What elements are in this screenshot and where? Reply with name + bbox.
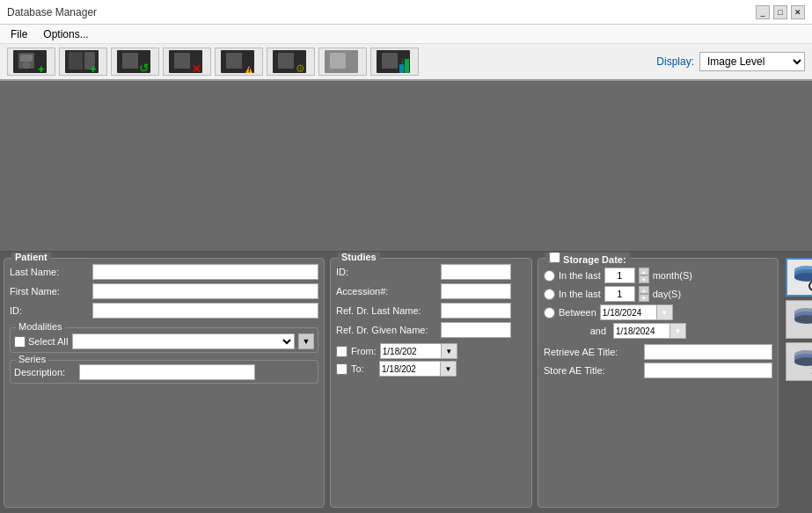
series-legend: Series xyxy=(16,354,48,364)
select-all-checkbox[interactable] xyxy=(14,336,26,348)
ref-dr-last-input[interactable] xyxy=(441,303,511,319)
retrieve-ae-label: Retrieve AE Title: xyxy=(544,347,640,357)
between-radio[interactable] xyxy=(544,307,555,319)
modality-select[interactable] xyxy=(72,333,295,349)
first-name-row: First Name: xyxy=(10,283,318,299)
retrieve-ae-input[interactable] xyxy=(644,344,772,360)
from-date-container: ▼ xyxy=(380,343,457,359)
db-icon-panel: ✕ xyxy=(786,258,812,508)
svg-point-3 xyxy=(22,62,31,69)
db-button-3[interactable]: ✕ xyxy=(786,342,812,381)
between-label: Between xyxy=(559,307,596,318)
days-spinner-down[interactable]: ▼ xyxy=(639,294,649,302)
last-name-input[interactable] xyxy=(92,264,318,280)
xray-delete-icon: ✕ xyxy=(167,48,208,75)
between-date2-btn[interactable]: ▼ xyxy=(670,323,686,339)
svg-rect-25 xyxy=(382,53,398,69)
months-spinner-up[interactable]: ▲ xyxy=(639,267,649,275)
warn-button[interactable]: ! xyxy=(215,48,263,76)
db-button-2[interactable] xyxy=(786,300,812,339)
description-input[interactable] xyxy=(79,364,255,380)
retrieve-ae-row: Retrieve AE Title: xyxy=(544,344,772,360)
add-patient-button[interactable]: + xyxy=(7,48,55,76)
to-date-input[interactable] xyxy=(379,361,441,377)
chart-button[interactable]: ↓ xyxy=(370,48,419,76)
svg-text:!: ! xyxy=(248,66,251,74)
maximize-button[interactable]: □ xyxy=(773,5,787,19)
modalities-legend: Modalities xyxy=(16,321,65,332)
between-date1-btn[interactable]: ▼ xyxy=(657,304,673,320)
last-name-label: Last Name: xyxy=(10,267,89,277)
window-controls: _ □ ✕ xyxy=(756,5,805,19)
id-row: ID: xyxy=(10,303,318,319)
between-date1-container: ▼ xyxy=(600,304,673,320)
from-label: From: xyxy=(351,346,377,356)
svg-text:⚙: ⚙ xyxy=(296,62,305,75)
modality-dropdown-btn[interactable]: ▼ xyxy=(298,333,314,349)
db-search-button[interactable] xyxy=(786,258,812,297)
db-icon-3: ✕ xyxy=(791,346,812,377)
months-spinner-down[interactable]: ▼ xyxy=(639,275,649,283)
xray-settings-icon: ⚙ xyxy=(271,48,311,75)
xray-add-study-icon: + xyxy=(63,48,104,75)
gray-view-button[interactable] xyxy=(318,48,367,76)
options-menu[interactable]: Options... xyxy=(36,26,95,42)
display-select[interactable]: Image Level Series Level Study Level Pat… xyxy=(699,52,805,71)
between-date1-input[interactable] xyxy=(600,304,657,320)
store-ae-input[interactable] xyxy=(644,363,772,378)
ref-dr-given-input[interactable] xyxy=(441,322,511,338)
bottom-panels: Patient Last Name: First Name: ID: Modal… xyxy=(0,253,812,513)
menu-bar: File Options... xyxy=(0,25,812,44)
from-date-btn[interactable]: ▼ xyxy=(442,343,457,359)
svg-rect-26 xyxy=(399,64,404,73)
svg-rect-20 xyxy=(278,53,294,69)
days-spinner-up[interactable]: ▲ xyxy=(639,286,649,294)
study-id-label: ID: xyxy=(336,267,437,277)
settings-button[interactable]: ⚙ xyxy=(267,48,315,76)
retrieve-button[interactable]: ↺ xyxy=(111,48,159,76)
add-study-button[interactable]: + xyxy=(59,48,107,76)
store-ae-row: Store AE Title: xyxy=(544,363,772,378)
svg-rect-13 xyxy=(174,53,190,69)
toolbar: + + ↺ ✕ ! xyxy=(0,44,812,81)
accession-input[interactable] xyxy=(441,283,511,299)
xray-chart-icon: ↓ xyxy=(375,48,415,75)
months-row: In the last ▲ ▼ month(S) xyxy=(544,267,772,283)
db-search-icon xyxy=(791,261,812,293)
storage-panel-legend: Storage Date: xyxy=(545,253,630,265)
between-date2-input[interactable] xyxy=(613,323,670,339)
patient-panel: Patient Last Name: First Name: ID: Modal… xyxy=(4,258,325,508)
storage-and-db: Storage Date: In the last ▲ ▼ month(S) I… xyxy=(538,258,812,508)
storage-date-label: Storage Date: xyxy=(563,254,626,265)
months-spinner-input[interactable] xyxy=(604,267,635,283)
close-button[interactable]: ✕ xyxy=(791,5,805,19)
title-bar: Database Manager _ □ ✕ xyxy=(0,0,812,25)
file-menu[interactable]: File xyxy=(4,26,34,42)
svg-rect-6 xyxy=(69,52,83,70)
storage-panel: Storage Date: In the last ▲ ▼ month(S) I… xyxy=(538,258,779,508)
months-radio[interactable] xyxy=(544,270,555,282)
first-name-input[interactable] xyxy=(92,283,318,299)
to-checkbox[interactable] xyxy=(336,363,347,375)
db-icon-2 xyxy=(791,304,812,335)
to-label: To: xyxy=(351,363,376,374)
main-content-area xyxy=(0,81,812,253)
delete-button[interactable]: ✕ xyxy=(163,48,211,76)
minimize-button[interactable]: _ xyxy=(756,5,770,19)
storage-date-checkbox[interactable] xyxy=(549,253,560,263)
to-date-btn[interactable]: ▼ xyxy=(441,361,457,377)
between-row: Between ▼ xyxy=(544,304,772,320)
from-date-input[interactable] xyxy=(380,343,442,359)
study-id-input[interactable] xyxy=(441,264,511,280)
svg-rect-16 xyxy=(226,53,242,69)
accession-row: Accession#: xyxy=(336,283,526,299)
patient-id-label: ID: xyxy=(10,305,89,316)
to-row: To: ▼ xyxy=(336,361,526,377)
select-all-checkbox-label[interactable]: Select AlI xyxy=(14,336,69,348)
days-spinner-input[interactable] xyxy=(604,286,635,302)
patient-id-input[interactable] xyxy=(92,303,318,319)
from-checkbox[interactable] xyxy=(336,346,347,357)
days-radio[interactable] xyxy=(544,289,555,300)
series-row: Description: xyxy=(14,364,314,380)
studies-panel-legend: Studies xyxy=(338,253,380,262)
